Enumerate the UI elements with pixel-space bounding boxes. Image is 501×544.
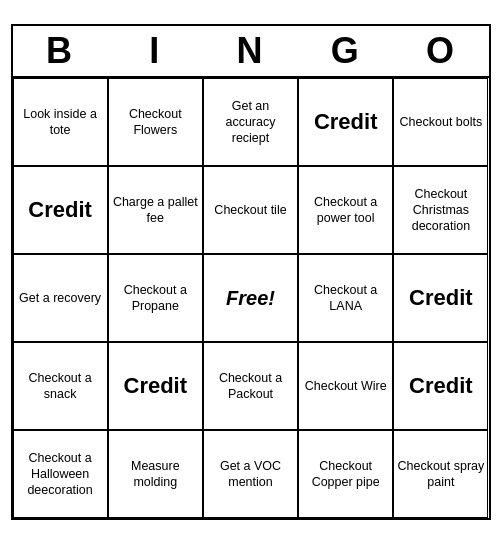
bingo-grid: Look inside a toteCheckout FlowersGet an… (13, 76, 489, 518)
bingo-cell[interactable]: Credit (393, 342, 488, 430)
bingo-cell[interactable]: Checkout Copper pipe (298, 430, 393, 518)
bingo-cell[interactable]: Checkout spray paint (393, 430, 488, 518)
bingo-cell[interactable]: Checkout Christmas decoration (393, 166, 488, 254)
header-letter: G (298, 26, 393, 76)
bingo-cell[interactable]: Checkout tile (203, 166, 298, 254)
bingo-cell[interactable]: Checkout a Packout (203, 342, 298, 430)
bingo-cell[interactable]: Free! (203, 254, 298, 342)
bingo-cell[interactable]: Get a recovery (13, 254, 108, 342)
bingo-cell[interactable]: Charge a pallet fee (108, 166, 203, 254)
bingo-cell[interactable]: Credit (393, 254, 488, 342)
bingo-header: BINGO (13, 26, 489, 76)
bingo-cell[interactable]: Checkout a Halloween deecoration (13, 430, 108, 518)
header-letter: N (203, 26, 298, 76)
bingo-cell[interactable]: Checkout a power tool (298, 166, 393, 254)
header-letter: I (108, 26, 203, 76)
bingo-cell[interactable]: Checkout bolts (393, 78, 488, 166)
bingo-cell[interactable]: Checkout Flowers (108, 78, 203, 166)
bingo-card: BINGO Look inside a toteCheckout Flowers… (11, 24, 491, 520)
bingo-cell[interactable]: Credit (108, 342, 203, 430)
header-letter: O (393, 26, 488, 76)
header-letter: B (13, 26, 108, 76)
bingo-cell[interactable]: Checkout a LANA (298, 254, 393, 342)
bingo-cell[interactable]: Checkout Wire (298, 342, 393, 430)
bingo-cell[interactable]: Checkout a Propane (108, 254, 203, 342)
bingo-cell[interactable]: Credit (298, 78, 393, 166)
bingo-cell[interactable]: Look inside a tote (13, 78, 108, 166)
bingo-cell[interactable]: Get a VOC mention (203, 430, 298, 518)
bingo-cell[interactable]: Checkout a snack (13, 342, 108, 430)
bingo-cell[interactable]: Credit (13, 166, 108, 254)
bingo-cell[interactable]: Get an accuracy reciept (203, 78, 298, 166)
bingo-cell[interactable]: Measure molding (108, 430, 203, 518)
